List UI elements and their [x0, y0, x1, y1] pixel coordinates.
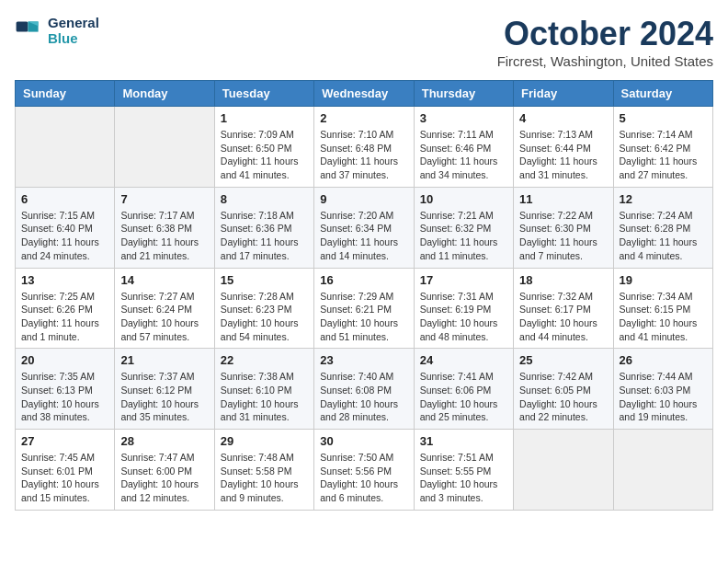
calendar-cell: 29Sunrise: 7:48 AM Sunset: 5:58 PM Dayli… [214, 430, 313, 511]
day-number: 3 [420, 111, 507, 125]
calendar-cell: 24Sunrise: 7:41 AM Sunset: 6:06 PM Dayli… [414, 349, 513, 430]
calendar-cell: 11Sunrise: 7:22 AM Sunset: 6:30 PM Dayli… [514, 187, 613, 268]
calendar-cell: 4Sunrise: 7:13 AM Sunset: 6:44 PM Daylig… [514, 107, 613, 188]
day-info: Sunrise: 7:45 AM Sunset: 6:01 PM Dayligh… [21, 451, 108, 505]
day-info: Sunrise: 7:51 AM Sunset: 5:55 PM Dayligh… [420, 451, 507, 505]
day-number: 1 [221, 111, 308, 125]
weekday-header-tuesday: Tuesday [214, 81, 313, 107]
day-info: Sunrise: 7:17 AM Sunset: 6:38 PM Dayligh… [120, 209, 208, 263]
day-info: Sunrise: 7:21 AM Sunset: 6:32 PM Dayligh… [420, 209, 507, 263]
day-info: Sunrise: 7:24 AM Sunset: 6:28 PM Dayligh… [620, 209, 707, 263]
calendar-cell: 9Sunrise: 7:20 AM Sunset: 6:34 PM Daylig… [314, 187, 414, 268]
day-number: 4 [519, 111, 607, 125]
day-number: 5 [620, 111, 707, 125]
calendar-cell [115, 107, 214, 188]
day-number: 7 [120, 192, 208, 206]
day-number: 6 [21, 192, 108, 206]
day-info: Sunrise: 7:13 AM Sunset: 6:44 PM Dayligh… [519, 128, 607, 182]
weekday-header-wednesday: Wednesday [314, 81, 414, 107]
week-row-5: 27Sunrise: 7:45 AM Sunset: 6:01 PM Dayli… [16, 430, 713, 511]
calendar-cell: 19Sunrise: 7:34 AM Sunset: 6:15 PM Dayli… [613, 268, 712, 349]
logo: General Blue [15, 15, 99, 46]
calendar-table: SundayMondayTuesdayWednesdayThursdayFrid… [15, 80, 713, 511]
day-info: Sunrise: 7:38 AM Sunset: 6:10 PM Dayligh… [221, 370, 308, 424]
week-row-2: 6Sunrise: 7:15 AM Sunset: 6:40 PM Daylig… [16, 187, 713, 268]
day-number: 2 [320, 111, 407, 125]
day-number: 30 [320, 434, 407, 448]
day-number: 8 [221, 192, 308, 206]
day-number: 12 [620, 192, 707, 206]
day-number: 13 [21, 273, 108, 287]
calendar-cell: 5Sunrise: 7:14 AM Sunset: 6:42 PM Daylig… [613, 107, 712, 188]
day-info: Sunrise: 7:25 AM Sunset: 6:26 PM Dayligh… [21, 290, 108, 344]
day-number: 18 [519, 273, 607, 287]
calendar-cell: 3Sunrise: 7:11 AM Sunset: 6:46 PM Daylig… [414, 107, 513, 188]
day-info: Sunrise: 7:31 AM Sunset: 6:19 PM Dayligh… [420, 290, 507, 344]
calendar-cell [514, 430, 613, 511]
calendar-cell: 15Sunrise: 7:28 AM Sunset: 6:23 PM Dayli… [214, 268, 313, 349]
calendar-cell: 17Sunrise: 7:31 AM Sunset: 6:19 PM Dayli… [414, 268, 513, 349]
day-number: 16 [320, 273, 407, 287]
day-info: Sunrise: 7:37 AM Sunset: 6:12 PM Dayligh… [120, 370, 208, 424]
calendar-cell: 1Sunrise: 7:09 AM Sunset: 6:50 PM Daylig… [214, 107, 313, 188]
week-row-1: 1Sunrise: 7:09 AM Sunset: 6:50 PM Daylig… [16, 107, 713, 188]
calendar-cell [16, 107, 115, 188]
day-number: 28 [120, 434, 208, 448]
weekday-header-row: SundayMondayTuesdayWednesdayThursdayFrid… [16, 81, 713, 107]
page-header: General Blue October 2024 Fircrest, Wash… [15, 15, 713, 69]
logo-icon [15, 16, 44, 45]
day-info: Sunrise: 7:40 AM Sunset: 6:08 PM Dayligh… [320, 370, 407, 424]
calendar-cell: 31Sunrise: 7:51 AM Sunset: 5:55 PM Dayli… [414, 430, 513, 511]
calendar-cell: 21Sunrise: 7:37 AM Sunset: 6:12 PM Dayli… [115, 349, 214, 430]
weekday-header-monday: Monday [115, 81, 214, 107]
day-number: 31 [420, 434, 507, 448]
weekday-header-saturday: Saturday [613, 81, 712, 107]
month-title: October 2024 [497, 15, 713, 53]
weekday-header-friday: Friday [514, 81, 613, 107]
calendar-cell: 27Sunrise: 7:45 AM Sunset: 6:01 PM Dayli… [16, 430, 115, 511]
day-info: Sunrise: 7:29 AM Sunset: 6:21 PM Dayligh… [320, 290, 407, 344]
calendar-cell: 2Sunrise: 7:10 AM Sunset: 6:48 PM Daylig… [314, 107, 414, 188]
day-info: Sunrise: 7:28 AM Sunset: 6:23 PM Dayligh… [221, 290, 308, 344]
day-info: Sunrise: 7:34 AM Sunset: 6:15 PM Dayligh… [620, 290, 707, 344]
day-number: 19 [620, 273, 707, 287]
calendar-cell: 18Sunrise: 7:32 AM Sunset: 6:17 PM Dayli… [514, 268, 613, 349]
day-info: Sunrise: 7:15 AM Sunset: 6:40 PM Dayligh… [21, 209, 108, 263]
day-number: 29 [221, 434, 308, 448]
svg-rect-0 [17, 21, 28, 31]
calendar-cell: 26Sunrise: 7:44 AM Sunset: 6:03 PM Dayli… [613, 349, 712, 430]
day-number: 25 [519, 353, 607, 367]
logo-text: General Blue [48, 15, 99, 46]
day-number: 22 [221, 353, 308, 367]
day-number: 17 [420, 273, 507, 287]
calendar-cell [613, 430, 712, 511]
calendar-cell: 12Sunrise: 7:24 AM Sunset: 6:28 PM Dayli… [613, 187, 712, 268]
day-info: Sunrise: 7:20 AM Sunset: 6:34 PM Dayligh… [320, 209, 407, 263]
day-number: 23 [320, 353, 407, 367]
day-info: Sunrise: 7:32 AM Sunset: 6:17 PM Dayligh… [519, 290, 607, 344]
day-number: 20 [21, 353, 108, 367]
calendar-cell: 20Sunrise: 7:35 AM Sunset: 6:13 PM Dayli… [16, 349, 115, 430]
day-info: Sunrise: 7:11 AM Sunset: 6:46 PM Dayligh… [420, 128, 507, 182]
day-info: Sunrise: 7:22 AM Sunset: 6:30 PM Dayligh… [519, 209, 607, 263]
calendar-cell: 14Sunrise: 7:27 AM Sunset: 6:24 PM Dayli… [115, 268, 214, 349]
calendar-cell: 30Sunrise: 7:50 AM Sunset: 5:56 PM Dayli… [314, 430, 414, 511]
day-info: Sunrise: 7:35 AM Sunset: 6:13 PM Dayligh… [21, 370, 108, 424]
calendar-cell: 13Sunrise: 7:25 AM Sunset: 6:26 PM Dayli… [16, 268, 115, 349]
day-info: Sunrise: 7:09 AM Sunset: 6:50 PM Dayligh… [221, 128, 308, 182]
calendar-cell: 7Sunrise: 7:17 AM Sunset: 6:38 PM Daylig… [115, 187, 214, 268]
week-row-4: 20Sunrise: 7:35 AM Sunset: 6:13 PM Dayli… [16, 349, 713, 430]
day-info: Sunrise: 7:10 AM Sunset: 6:48 PM Dayligh… [320, 128, 407, 182]
calendar-cell: 6Sunrise: 7:15 AM Sunset: 6:40 PM Daylig… [16, 187, 115, 268]
day-info: Sunrise: 7:47 AM Sunset: 6:00 PM Dayligh… [120, 451, 208, 505]
title-block: October 2024 Fircrest, Washington, Unite… [497, 15, 713, 69]
weekday-header-thursday: Thursday [414, 81, 513, 107]
day-info: Sunrise: 7:18 AM Sunset: 6:36 PM Dayligh… [221, 209, 308, 263]
day-number: 27 [21, 434, 108, 448]
calendar-cell: 8Sunrise: 7:18 AM Sunset: 6:36 PM Daylig… [214, 187, 313, 268]
day-number: 21 [120, 353, 208, 367]
day-number: 26 [620, 353, 707, 367]
day-number: 9 [320, 192, 407, 206]
day-number: 15 [221, 273, 308, 287]
day-info: Sunrise: 7:48 AM Sunset: 5:58 PM Dayligh… [221, 451, 308, 505]
